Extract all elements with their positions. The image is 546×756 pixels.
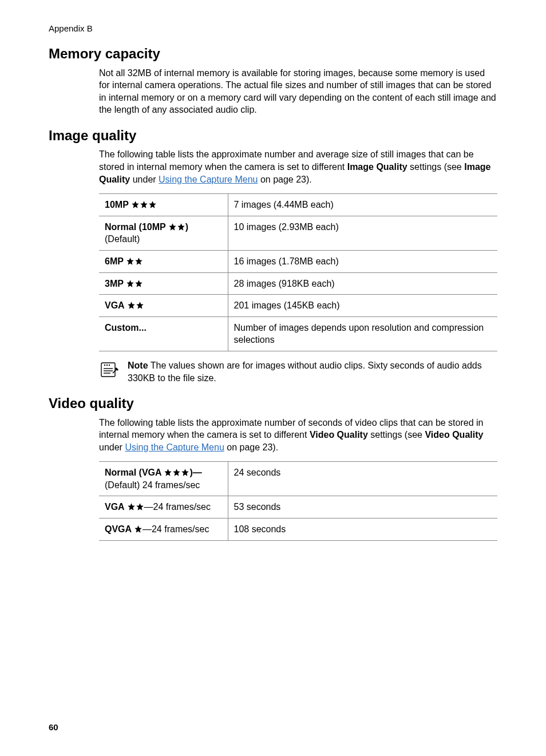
table-cell-value: 201 images (145KB each) [228,295,497,317]
text: settings (see [407,162,465,172]
text: settings (see [368,430,425,440]
heading-image-quality: Image quality [49,126,497,145]
text: on page 23). [224,442,278,452]
table-cell-value: 28 images (918KB each) [228,272,497,295]
table-cell-value: 24 seconds [228,462,497,496]
image-quality-table: 10MP 7 images (4.44MB each)Normal (10MP … [99,193,497,351]
text-bold: Video Quality [425,430,483,440]
svg-rect-0 [101,363,115,377]
text-bold: Image Quality [347,162,407,172]
link-using-capture-menu[interactable]: Using the Capture Menu [159,175,258,184]
link-using-capture-menu[interactable]: Using the Capture Menu [125,442,224,452]
table-cell-value: 108 seconds [228,518,497,541]
heading-video-quality: Video quality [49,394,497,413]
image-paragraph: The following table lists the approximat… [99,148,497,185]
table-row: 10MP 7 images (4.44MB each) [99,194,497,216]
table-cell-setting: QVGA —24 frames/sec [99,518,228,541]
svg-point-2 [106,365,108,366]
memory-paragraph: Not all 32MB of internal memory is avail… [99,67,497,116]
table-row: 3MP 28 images (918KB each) [99,272,497,295]
table-row: Normal (VGA )—(Default) 24 frames/sec24 … [99,462,497,496]
text: on page 23). [258,175,311,184]
table-cell-setting: Custom... [99,316,228,351]
table-cell-setting: VGA —24 frames/sec [99,496,228,518]
table-cell-setting: 6MP [99,250,228,272]
table-cell-setting: 10MP [99,194,228,216]
table-row: 6MP 16 images (1.78MB each) [99,250,497,272]
table-cell-value: 7 images (4.44MB each) [228,194,497,216]
video-paragraph: The following table lists the approximat… [99,417,497,454]
memory-body: Not all 32MB of internal memory is avail… [99,67,497,116]
table-cell-value: 53 seconds [228,496,497,518]
table-row: Custom...Number of images depends upon r… [99,316,497,351]
table-cell-setting: Normal (10MP )(Default) [99,216,228,250]
text: under [99,442,125,452]
table-cell-value: Number of images depends upon resolution… [228,316,497,351]
note-icon [99,359,118,379]
table-cell-value: 10 images (2.93MB each) [228,216,497,250]
text-bold: Video Quality [310,430,368,440]
page: Appendix B Memory capacity Not all 32MB … [0,0,546,756]
note-label: Note [128,361,148,370]
table-row: QVGA —24 frames/sec108 seconds [99,518,497,541]
table-row: Normal (10MP )(Default)10 images (2.93MB… [99,216,497,250]
table-row: VGA —24 frames/sec53 seconds [99,496,497,518]
svg-point-1 [104,365,105,366]
video-body: The following table lists the approximat… [99,417,497,541]
note-block: Note The values shown are for images wit… [99,359,497,384]
appendix-label: Appendix B [49,23,497,34]
svg-point-3 [109,365,110,366]
image-body: The following table lists the approximat… [99,148,497,384]
note-body: The values shown are for images without … [128,361,482,383]
heading-memory-capacity: Memory capacity [49,45,497,63]
table-cell-value: 16 images (1.78MB each) [228,250,497,272]
table-cell-setting: Normal (VGA )—(Default) 24 frames/sec [99,462,228,496]
table-cell-setting: 3MP [99,272,228,295]
table-cell-setting: VGA [99,295,228,317]
video-quality-table: Normal (VGA )—(Default) 24 frames/sec24 … [99,461,497,540]
note-text: Note The values shown are for images wit… [128,359,497,384]
page-number: 60 [49,722,58,733]
text: under [130,175,159,184]
table-row: VGA 201 images (145KB each) [99,295,497,317]
